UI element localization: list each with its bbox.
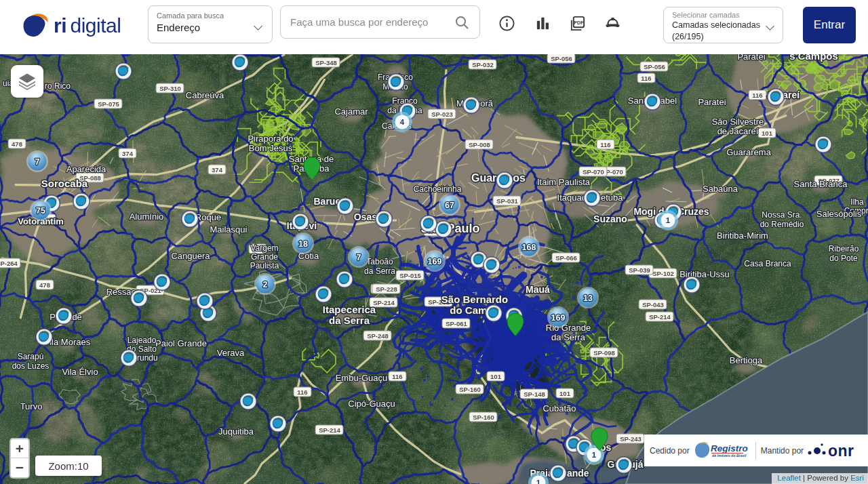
svg-text:Bom Jesus: Bom Jesus bbox=[249, 143, 293, 153]
svg-text:Paiol Grande: Paiol Grande bbox=[155, 338, 207, 348]
svg-text:SP-008: SP-008 bbox=[469, 141, 490, 148]
svg-text:1: 1 bbox=[536, 479, 541, 484]
svg-text:SP-031: SP-031 bbox=[496, 197, 518, 205]
svg-text:75: 75 bbox=[36, 206, 45, 216]
svg-text:Pirapora do: Pirapora do bbox=[248, 134, 293, 144]
svg-text:Cachoeirinha: Cachoeirinha bbox=[414, 184, 462, 194]
svg-text:SP-348: SP-348 bbox=[315, 59, 337, 66]
svg-text:SP-015: SP-015 bbox=[399, 272, 421, 279]
svg-text:Itaim Paulista: Itaim Paulista bbox=[537, 177, 591, 187]
svg-text:SP-023: SP-023 bbox=[431, 110, 453, 118]
svg-text:SP-214: SP-214 bbox=[373, 299, 395, 306]
svg-text:SP-056: SP-056 bbox=[551, 55, 572, 62]
svg-text:Sarapú: Sarapú bbox=[18, 352, 44, 361]
svg-text:PDF: PDF bbox=[574, 20, 584, 26]
svg-text:168: 168 bbox=[522, 243, 536, 252]
svg-text:67: 67 bbox=[445, 201, 454, 210]
svg-text:Biritiba-Mirim: Biritiba-Mirim bbox=[717, 230, 768, 241]
svg-text:SP-214: SP-214 bbox=[649, 313, 671, 321]
svg-text:Cabreúva: Cabreúva bbox=[186, 90, 224, 100]
svg-text:de Imóveis do Brasil: de Imóveis do Brasil bbox=[712, 453, 747, 458]
svg-text:116: 116 bbox=[600, 141, 610, 148]
svg-text:SP-075: SP-075 bbox=[98, 100, 119, 108]
svg-text:SP-160: SP-160 bbox=[473, 414, 494, 421]
svg-text:2: 2 bbox=[263, 280, 268, 289]
svg-text:ro Rico: ro Rico bbox=[45, 81, 71, 91]
svg-text:SP-228: SP-228 bbox=[376, 285, 397, 293]
svg-text:Roque: Roque bbox=[195, 212, 221, 222]
svg-text:Casa Branca: Casa Branca bbox=[744, 259, 791, 268]
svg-text:116: 116 bbox=[392, 373, 402, 380]
svg-text:Santa Branca: Santa Branca bbox=[794, 179, 848, 189]
svg-text:Nossa Sra.: Nossa Sra. bbox=[762, 210, 802, 220]
svg-text:Canguera: Canguera bbox=[171, 251, 210, 261]
svg-text:Lajeado: Lajeado bbox=[127, 336, 157, 345]
svg-text:478: 478 bbox=[39, 281, 50, 289]
svg-text:Turvo: Turvo bbox=[20, 401, 43, 411]
svg-text:Paulista: Paulista bbox=[250, 261, 279, 270]
svg-text:101: 101 bbox=[490, 373, 502, 380]
svg-text:SP-214: SP-214 bbox=[319, 426, 340, 434]
svg-text:Mauá: Mauá bbox=[526, 284, 550, 295]
svg-text:169: 169 bbox=[551, 313, 566, 323]
svg-text:SP-102: SP-102 bbox=[652, 270, 674, 277]
svg-text:s Campos: s Campos bbox=[789, 54, 838, 62]
svg-text:SP-032: SP-032 bbox=[472, 61, 494, 68]
svg-text:Paratei: Paratei bbox=[698, 97, 726, 107]
svg-text:da Serra: da Serra bbox=[551, 332, 586, 342]
svg-text:Aparecida: Aparecida bbox=[66, 164, 106, 174]
svg-text:SP-310: SP-310 bbox=[159, 85, 181, 92]
svg-text:Alumínio: Alumínio bbox=[130, 211, 164, 222]
svg-text:Ribeirão: Ribeirão bbox=[829, 244, 859, 254]
svg-text:do Pote: do Pote bbox=[829, 254, 858, 263]
svg-text:1: 1 bbox=[592, 451, 597, 459]
svg-text:Vargem: Vargem bbox=[250, 243, 278, 253]
svg-text:4: 4 bbox=[400, 118, 405, 126]
svg-text:Juquitiba: Juquitiba bbox=[218, 426, 254, 437]
svg-text:da Serra: da Serra bbox=[364, 266, 395, 276]
svg-text:7: 7 bbox=[35, 157, 40, 167]
svg-text:SP-148: SP-148 bbox=[524, 390, 545, 398]
svg-text:Vila Élvio: Vila Élvio bbox=[62, 367, 98, 377]
svg-text:SP-264: SP-264 bbox=[0, 260, 18, 267]
svg-text:SP-043: SP-043 bbox=[642, 301, 664, 308]
svg-text:7: 7 bbox=[357, 253, 361, 262]
svg-text:dos Luzes: dos Luzes bbox=[12, 361, 50, 371]
svg-text:Mailasqui: Mailasqui bbox=[210, 224, 248, 235]
svg-text:SP-248: SP-248 bbox=[367, 332, 389, 340]
svg-text:Sabaúna: Sabaúna bbox=[703, 184, 738, 194]
svg-text:Registro: Registro bbox=[711, 443, 748, 453]
svg-text:Grande: Grande bbox=[251, 252, 278, 262]
svg-text:478: 478 bbox=[12, 140, 22, 148]
svg-text:onr: onr bbox=[828, 442, 854, 460]
svg-text:1: 1 bbox=[666, 216, 671, 224]
svg-text:169: 169 bbox=[428, 257, 442, 266]
svg-text:Itapecerica: Itapecerica bbox=[323, 304, 376, 315]
svg-text:São Silvestre: São Silvestre bbox=[712, 117, 764, 127]
svg-text:Cubatão: Cubatão bbox=[542, 403, 576, 414]
svg-text:101: 101 bbox=[559, 390, 571, 397]
svg-text:Ilha: Ilha bbox=[850, 197, 864, 207]
svg-text:Cajamar: Cajamar bbox=[334, 106, 368, 117]
svg-text:Bertioga: Bertioga bbox=[730, 355, 763, 365]
svg-text:SP-061: SP-061 bbox=[446, 320, 467, 327]
svg-text:116: 116 bbox=[752, 92, 762, 99]
svg-text:116: 116 bbox=[297, 388, 307, 396]
svg-text:18: 18 bbox=[298, 239, 308, 249]
svg-text:374: 374 bbox=[122, 150, 134, 157]
svg-text:Suzano: Suzano bbox=[593, 214, 627, 224]
svg-text:do Remédio: do Remédio bbox=[760, 220, 804, 229]
svg-text:SP-243: SP-243 bbox=[620, 435, 642, 443]
svg-text:101: 101 bbox=[762, 129, 773, 137]
svg-text:São Bernardo: São Bernardo bbox=[441, 294, 508, 305]
svg-text:374: 374 bbox=[212, 166, 223, 174]
svg-text:SP-160: SP-160 bbox=[459, 386, 481, 393]
svg-text:SP-066: SP-066 bbox=[555, 254, 577, 262]
svg-text:Salesópolis: Salesópolis bbox=[816, 209, 862, 219]
svg-text:Embu-Guaçu: Embu-Guaçu bbox=[336, 373, 388, 383]
svg-text:Taboão: Taboão bbox=[366, 257, 393, 266]
svg-text:SP-056: SP-056 bbox=[644, 63, 665, 70]
svg-text:de Jacareí: de Jacareí bbox=[717, 126, 759, 136]
svg-text:116: 116 bbox=[641, 75, 651, 82]
svg-text:SP-098: SP-098 bbox=[593, 349, 615, 357]
